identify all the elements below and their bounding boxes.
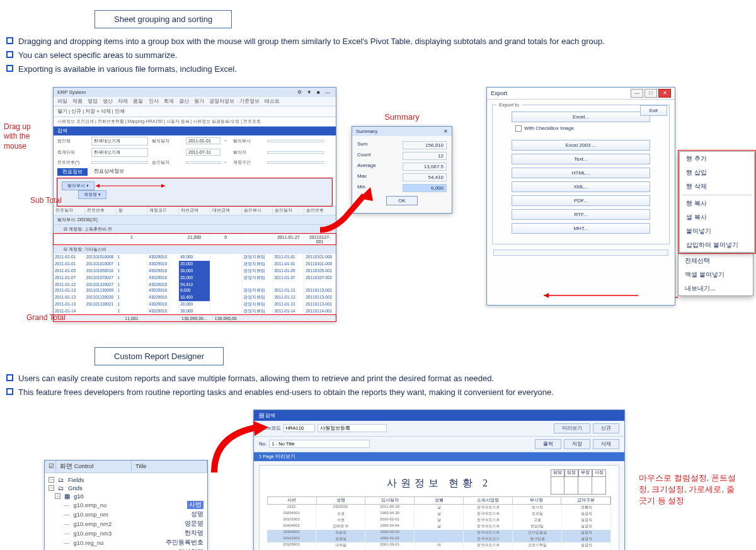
signature-box: 담당 팀장 부장 사장 — [551, 469, 606, 495]
table-row[interactable]: 2011-01-1414302901030,000경영지원팀2011-01-14… — [54, 308, 336, 315]
search-bar: 검색 — [54, 127, 336, 135]
table-row: 20404002문태령 III1995-04-04남한국대모기계영업2팀설급직 — [267, 524, 611, 530]
summary-row: Average13,067.5 — [357, 163, 447, 171]
context-menu[interactable]: 전체선택엑셀 붙여넣기내보내기... — [678, 254, 753, 296]
export-option-button[interactable]: MHT... — [512, 223, 650, 234]
menu-item[interactable]: 붙여넣기 — [680, 224, 754, 238]
tree-leaf[interactable]: —g10.emp_no사번 — [46, 500, 206, 510]
group-box[interactable]: 발의부서 ▾ 계정명 ▾ — [57, 178, 332, 206]
context-menu[interactable]: 행 추가행 삽입행 삭제 행 복사셀 복사붙여넣기삽입하여 붙여넣기 — [679, 151, 755, 253]
print-button[interactable]: 출력 — [535, 439, 561, 449]
group-chip[interactable]: 발의부서 ▾ — [62, 181, 94, 190]
menu-item[interactable]: 내보내기... — [679, 282, 753, 295]
bullet: Exporting is available in various file f… — [6, 64, 756, 75]
bullets-1: Dragging and dropping items into a group… — [6, 36, 756, 76]
table-row[interactable]: 2011-01-0120110101000714302901020,000경영지… — [54, 261, 336, 268]
group-row[interactable]: 발의부서: D0330(무) — [54, 215, 336, 224]
menu-item[interactable]: 행 삭제 — [680, 180, 754, 193]
checkbox-icon[interactable]: ☑ — [45, 461, 56, 473]
filter-row: 법인명한국대모기계 발의일자2011-01-01 ~ 발의부서 — [54, 135, 336, 147]
tree-row[interactable]: −🗂Grids — [46, 484, 206, 492]
checkbox-row[interactable]: With CheckBox Image — [512, 125, 650, 137]
ok-button[interactable]: OK — [386, 196, 418, 205]
exit-button[interactable]: Exit — [640, 105, 667, 116]
svg-marker-2 — [161, 184, 165, 188]
erp-menubar[interactable]: 파일 제품 영업 생산 자재 품질 인사 회계 결산 원가 경영자정보 기준정보… — [54, 97, 336, 106]
table-row[interactable]: 2011-01-1320110113002014302901010,400경영지… — [54, 294, 336, 301]
menu-item[interactable]: 셀 복사 — [680, 210, 754, 224]
form-desc-input[interactable] — [318, 424, 387, 432]
menu-item[interactable]: 엑셀 붙여넣기 — [679, 268, 753, 282]
erp-titlebar: ERP System ⚙ ▼ ■ — — [54, 88, 336, 97]
preview-button[interactable]: 미리보기 — [554, 423, 590, 433]
subtotal-row: 121,00002011-01-2720110127-001 — [54, 234, 336, 244]
delete-button[interactable]: 삭제 — [593, 439, 619, 449]
close-icon[interactable]: ✕ — [658, 89, 671, 98]
table-header: 사번성명입사일자성별소속사업장부서명급여구분 — [267, 496, 611, 505]
table-row: 20100001박재범2001-03-01여한국대모기계경영기획팀설급직 — [267, 542, 611, 549]
fields-panel: ☑ 화면 Control Title −🗂Fields −🗂Grids −▦g1… — [44, 460, 208, 550]
group-row[interactable]: ⊟ 계정명: 교육훈련비-전 — [54, 224, 336, 234]
menu-item[interactable]: 전체선택 — [679, 254, 753, 268]
table-row[interactable]: 2011-01-0120110101000814302901040,000경영지… — [54, 254, 336, 261]
expand-icon: − — [49, 477, 54, 483]
erp-toolbar[interactable]: 열기 | 신규 | 저장 × 삭제 | 인쇄 — [54, 106, 336, 117]
svg-marker-1 — [96, 184, 100, 188]
arrow-icon — [320, 173, 389, 236]
bullet: You can select specific areas to summari… — [6, 50, 756, 61]
export-option-button[interactable]: HTML... — [512, 168, 650, 178]
close-icon[interactable]: ✕ — [444, 129, 448, 134]
tab[interactable]: 전표상세정보 — [94, 168, 124, 176]
table-row: 19204001조권1992-04-30남한국대모기계정보팀설급직 — [267, 511, 611, 517]
menu-item[interactable]: 행 복사 — [680, 197, 754, 210]
table-row[interactable]: 2011-01-0520110105001614302901030,000경영지… — [54, 268, 336, 275]
new-button[interactable]: 신규 — [593, 423, 619, 433]
export-option-button[interactable]: PDF... — [512, 195, 650, 206]
export-option-button[interactable]: Excel 2003 ... — [512, 140, 650, 151]
menu-item[interactable]: 행 추가 — [680, 152, 754, 166]
progress-bar — [493, 249, 668, 256]
designer-form: Form코드 미리보기 신규 — [254, 421, 624, 437]
save-button[interactable]: 저장 — [564, 439, 590, 449]
tree-row[interactable]: −🗂Fields — [46, 476, 206, 484]
summary-header: Summary✕ — [352, 127, 452, 136]
table-row: 19302001장윤정1992-02-02한국대모기계인사임원실설급직 — [267, 530, 611, 536]
group-row[interactable]: ⊟ 계정명: 기타통신비 — [54, 244, 336, 254]
menu-item[interactable]: 행 삽입 — [680, 166, 754, 180]
bullets-2: Users can easily create custom reports a… — [6, 373, 756, 398]
export-option-button[interactable]: Excel... — [512, 112, 650, 122]
tab-active[interactable]: 전표정보 — [57, 168, 88, 176]
table-row: 222223232322011-05-18남한국대모기계전사장연봉직 — [267, 505, 611, 511]
tree-leaf[interactable]: —g10.reg_no주민등록번호 — [46, 538, 206, 547]
erp-tabs[interactable]: 사원정보 조건검색 | 전화번호현황 | Mapping-HRA150 | 사용… — [54, 117, 336, 127]
tree-row[interactable]: −▦g10 — [46, 492, 206, 500]
minimize-icon[interactable]: — — [631, 89, 643, 98]
tree-leaf[interactable]: —g10.hire_dt입사일자 — [46, 547, 206, 550]
arrow-icon — [531, 290, 644, 301]
export-option-button[interactable]: XML... — [512, 181, 650, 192]
bullet: This feature frees developers from routi… — [6, 387, 756, 398]
filter-row: 회계단위한국대모기계 2011-07-31 발의자 — [54, 147, 336, 158]
export-option-button[interactable]: Text... — [512, 154, 650, 164]
section-title-1: Sheet grouping and sorting — [94, 10, 232, 28]
svg-marker-5 — [544, 293, 549, 298]
erp-window: ERP System ⚙ ▼ ■ — 파일 제품 영업 생산 자재 품질 인사 … — [53, 87, 336, 322]
table-row[interactable]: 2011-01-0720110107002714302901020,000경영지… — [54, 275, 336, 282]
summary-row: Count12 — [357, 152, 447, 160]
expand-icon: − — [55, 493, 60, 499]
table-row[interactable]: 2011-01-1320110113002114302901020,000경영지… — [54, 301, 336, 308]
table-row: 19101001권응일1990-01-02한국대모경기전사임원설급직 — [267, 536, 611, 542]
tree-leaf[interactable]: —g10.emp_nm3한자명 — [46, 529, 206, 538]
annotation-drag: Drag up with the mouse — [4, 122, 38, 152]
maximize-icon[interactable]: □ — [644, 89, 657, 98]
window-controls[interactable]: ⚙ ▼ ■ — — [297, 89, 332, 95]
tree-leaf[interactable]: —g10.emp_nm성명 — [46, 510, 206, 519]
export-option-button[interactable]: RTF... — [512, 209, 650, 220]
grid-header[interactable]: 전표일자전표번호항계정코드차변금액대변금액승인부서승인일자승인번호 — [54, 206, 336, 215]
page-tab[interactable]: 1 Page 미리보기 — [254, 452, 624, 461]
preview-area: 담당 팀장 부장 사장 사원정보 현황 2 사번성명입사일자성별소속사업장부서명… — [259, 465, 619, 550]
table-row[interactable]: 2011-01-1220110112002714302901054,410 — [54, 282, 336, 287]
menu-item[interactable]: 삽입하여 붙여넣기 — [680, 238, 754, 252]
table-row[interactable]: 2011-01-132011011300091430290106,000경영지원… — [54, 287, 336, 294]
tree-leaf[interactable]: —g10.emp_nm2영문명 — [46, 519, 206, 529]
